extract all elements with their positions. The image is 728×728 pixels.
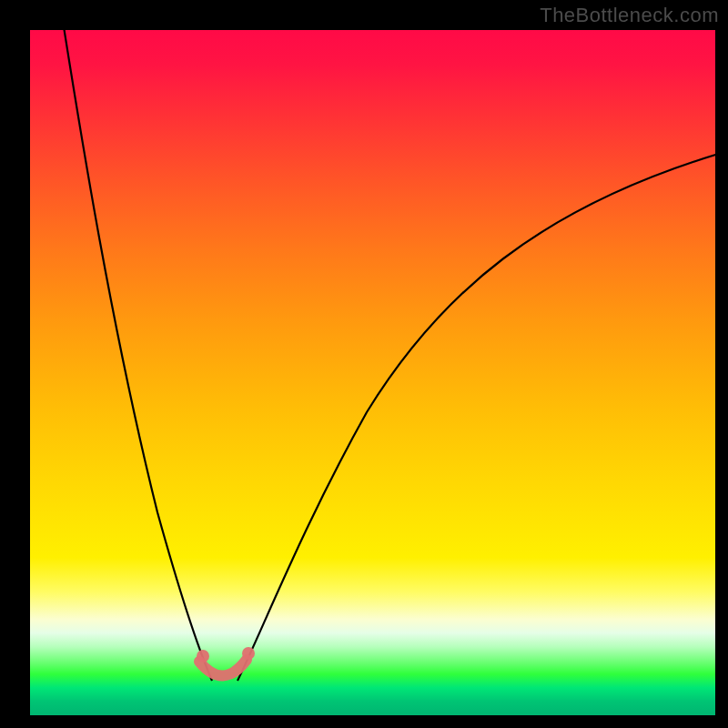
highlight-hump	[199, 660, 247, 676]
watermark-text: TheBottleneck.com	[540, 4, 719, 27]
chart-svg	[30, 30, 715, 715]
hump-dot-left	[197, 650, 209, 662]
chart-plot-area	[30, 30, 715, 715]
curve-right	[238, 153, 715, 681]
curve-left	[63, 30, 212, 681]
hump-dot-right	[242, 647, 255, 660]
